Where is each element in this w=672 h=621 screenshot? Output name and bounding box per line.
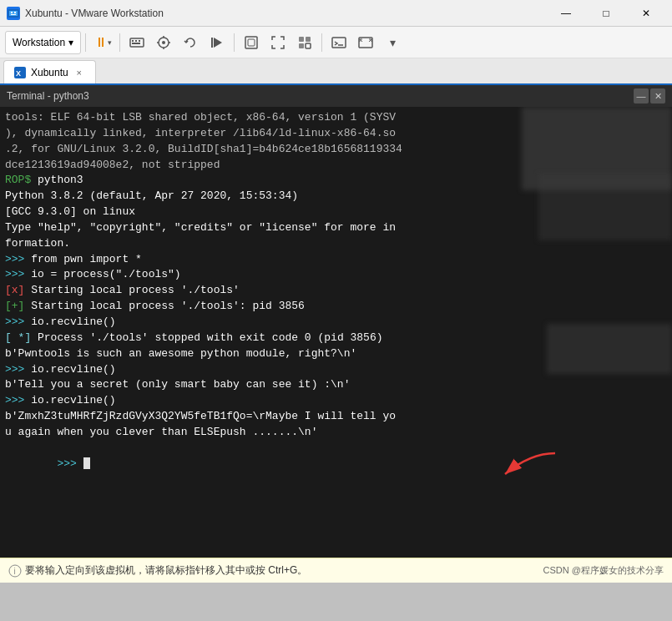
revert-button[interactable] [178, 31, 203, 54]
terminal-line: Type "help", "copyright", "credits" or "… [5, 220, 667, 236]
svg-rect-2 [11, 12, 13, 13]
tab-close-button[interactable]: × [73, 67, 85, 78]
snapshot-button[interactable] [151, 31, 176, 54]
revert-icon [183, 35, 198, 50]
prompt: >>> [57, 457, 83, 470]
dropdown-more-icon: ▾ [390, 36, 396, 49]
svg-rect-19 [332, 38, 346, 48]
terminal-line: u again when you clever than ELSEpush ..… [5, 425, 667, 441]
svg-rect-13 [245, 37, 257, 48]
svg-rect-9 [132, 43, 140, 44]
tab-label: Xubuntu [31, 67, 68, 78]
toolbar-separator-4 [321, 33, 322, 52]
vm-minimize-button[interactable]: — [634, 88, 649, 104]
vm-close-button[interactable]: ✕ [650, 88, 665, 104]
suspend-icon [210, 35, 225, 50]
svg-text:X: X [16, 69, 21, 78]
console-view-button[interactable] [326, 31, 351, 54]
terminal-line: formation. [5, 236, 667, 252]
xubuntu-tab-icon: X [14, 67, 26, 78]
unity-icon [297, 35, 312, 50]
svg-rect-12 [211, 38, 213, 48]
fullscreen-view-button[interactable] [353, 31, 378, 54]
svg-rect-16 [306, 37, 311, 42]
terminal-line: b'Tell you a secret (only smart baby can… [5, 377, 667, 393]
svg-rect-4 [11, 14, 16, 15]
terminal-line: b'ZmxhZ3tuMHRfZjRzdGVyX3Q2YW5feTB1fQo=\r… [5, 409, 667, 425]
terminal-line: b'Pwntools is such an awesome python mod… [5, 346, 667, 362]
fullscreen-icon [270, 35, 285, 50]
title-bar: Xubuntu - VMware Workstation — □ ✕ [0, 0, 672, 27]
watermark: CSDN @程序媛女的技术分享 [543, 564, 664, 577]
terminal-content: tools: ELF 64-bit LSB shared object, x86… [5, 110, 667, 487]
minimize-button[interactable]: — [547, 2, 585, 25]
terminal-line: ROP$ python3 [5, 173, 667, 189]
terminal-line: .2, for GNU/Linux 3.2.0, BuildID[sha1]=b… [5, 142, 667, 158]
terminal-line: dce1213619ad94008e2, not stripped [5, 158, 667, 174]
keyboard-icon [129, 35, 144, 50]
workstation-menu-button[interactable]: Workstation ▾ [5, 31, 81, 54]
window-title: Xubuntu - VMware Workstation [25, 8, 164, 19]
vm-window: Terminal - python3 — ✕ tools: ELF 64-bit… [0, 85, 672, 558]
expand-icon [358, 35, 373, 50]
more-button[interactable]: ▾ [380, 31, 405, 54]
cursor [83, 457, 90, 469]
suspend-button[interactable] [205, 31, 230, 54]
svg-rect-17 [299, 43, 304, 48]
terminal-line: Python 3.8.2 (default, Apr 27 2020, 15:5… [5, 189, 667, 204]
svg-rect-1 [9, 11, 18, 16]
terminal-prompt-line[interactable]: >>> [5, 441, 667, 488]
svg-rect-8 [139, 40, 140, 42]
fit-guest-button[interactable] [239, 31, 264, 54]
vm-titlebar: Terminal - python3 — ✕ [0, 85, 672, 107]
toolbar-separator-1 [85, 33, 86, 52]
terminal-line: [+] Starting local process './tools': pi… [5, 299, 667, 315]
terminal-line: >>> io = process("./tools") [5, 267, 667, 283]
terminal-line: >>> io.recvline() [5, 315, 667, 331]
toolbar-separator-3 [234, 33, 235, 52]
title-bar-left: Xubuntu - VMware Workstation [7, 7, 164, 20]
toolbar-separator-2 [119, 33, 120, 52]
svg-rect-3 [14, 12, 16, 13]
close-button[interactable]: ✕ [627, 2, 665, 25]
status-message: 要将输入定向到该虚拟机，请将鼠标指针移入其中或按 Ctrl+G。 [25, 563, 307, 578]
fullscreen-button[interactable] [265, 31, 291, 54]
terminal-line: [x] Starting local process './tools' [5, 283, 667, 299]
svg-point-11 [162, 41, 165, 44]
unity-button[interactable] [292, 31, 317, 54]
terminal-line: [GCC 9.3.0] on linux [5, 204, 667, 220]
svg-rect-7 [135, 40, 137, 42]
snapshot-icon [156, 35, 171, 50]
fit-icon [244, 35, 259, 50]
terminal-line: [ *] Process './tools' stopped with exit… [5, 331, 667, 346]
maximize-button[interactable]: □ [587, 2, 625, 25]
terminal-line: >>> io.recvline() [5, 393, 667, 409]
window-controls: — □ ✕ [547, 2, 665, 25]
svg-text:i: i [14, 567, 16, 576]
pause-dropdown-icon: ▾ [108, 38, 112, 47]
tab-xubuntu[interactable]: X Xubuntu × [3, 60, 96, 83]
dropdown-arrow-icon: ▾ [68, 37, 73, 48]
console-icon [331, 35, 346, 50]
status-bar: i 要将输入定向到该虚拟机，请将鼠标指针移入其中或按 Ctrl+G。 CSDN … [0, 558, 672, 583]
app-icon [7, 7, 20, 20]
svg-rect-18 [306, 43, 311, 48]
terminal[interactable]: tools: ELF 64-bit LSB shared object, x86… [0, 107, 672, 558]
toolbar: Workstation ▾ ⏸ ▾ [0, 27, 672, 58]
terminal-line: >>> io.recvline() [5, 362, 667, 378]
terminal-line: tools: ELF 64-bit LSB shared object, x86… [5, 110, 667, 126]
terminal-line: >>> from pwn import * [5, 252, 667, 268]
pause-icon: ⏸ [94, 35, 108, 50]
tab-bar: X Xubuntu × [0, 58, 672, 85]
svg-rect-15 [299, 37, 304, 42]
terminal-line: ), dynamically linked, interpreter /lib6… [5, 126, 667, 142]
pause-button[interactable]: ⏸ ▾ [90, 31, 115, 54]
vm-window-title: Terminal - python3 [7, 90, 89, 102]
svg-rect-6 [132, 40, 134, 42]
info-icon: i [8, 564, 22, 578]
svg-rect-14 [248, 39, 255, 46]
workstation-label: Workstation [13, 37, 65, 48]
vm-title-controls: — ✕ [634, 88, 665, 104]
send-ctrl-alt-del-button[interactable] [124, 31, 149, 54]
watermark-text: CSDN @程序媛女的技术分享 [543, 564, 664, 577]
